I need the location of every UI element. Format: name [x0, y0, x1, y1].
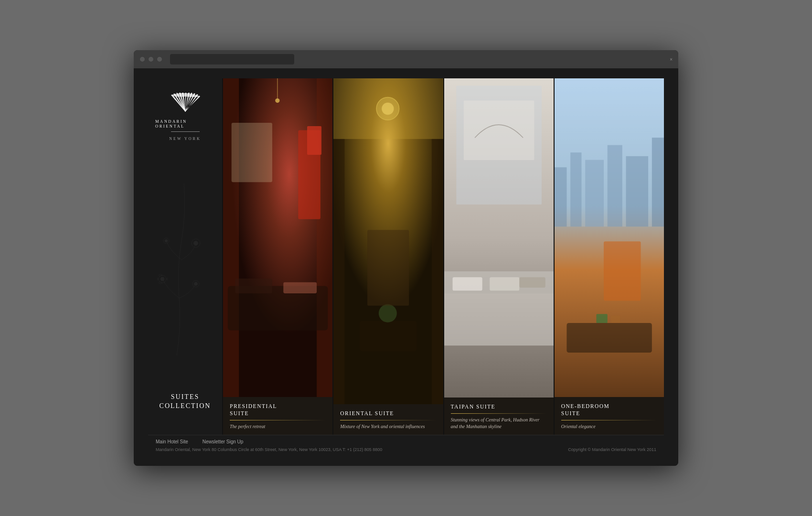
- taipan-suite-name: TAIPAN SUITE: [451, 403, 547, 410]
- browser-content: MANDARIN ORIENTAL NEW YORK SUITES COLLEC…: [134, 68, 678, 466]
- presidential-suite-divider: [230, 420, 326, 420]
- hotel-address: Mandarin Oriental, New York 80 Columbus …: [156, 447, 382, 452]
- onebedroom-suite-description: Oriental elegance: [561, 423, 657, 430]
- svg-point-21: [382, 103, 394, 115]
- taipan-suite-info: TAIPAN SUITE Stunning views of Central P…: [444, 398, 554, 435]
- onebedroom-suite-name: ONE-BEDROOM SUITE: [561, 403, 657, 417]
- svg-rect-25: [432, 139, 443, 404]
- main-hotel-site-link[interactable]: Main Hotel Site: [156, 439, 188, 444]
- onebedroom-suite-info: ONE-BEDROOM SUITE Oriental elegance: [555, 397, 664, 435]
- svg-rect-42: [652, 138, 664, 226]
- taipan-suite-divider: [451, 413, 547, 414]
- collection-title: SUITES COLLECTION: [160, 392, 211, 411]
- svg-rect-24: [333, 139, 344, 404]
- traffic-light-minimize[interactable]: [148, 56, 154, 62]
- svg-rect-45: [596, 314, 607, 323]
- svg-rect-37: [555, 167, 566, 226]
- suites-grid: MANDARIN ORIENTAL NEW YORK SUITES COLLEC…: [148, 78, 664, 435]
- presidential-suite-panel[interactable]: PRESIDENTIAL SUITE The perfect retreat: [223, 78, 332, 435]
- oriental-suite-info: ORIENTAL SUITE Mixture of New York and o…: [333, 404, 443, 435]
- svg-rect-46: [611, 315, 620, 323]
- traffic-lights: [139, 56, 162, 62]
- footer-links: Main Hotel Site Newsletter Sign Up: [156, 439, 656, 444]
- svg-point-7: [194, 241, 198, 246]
- browser-toolbar: ×: [134, 50, 678, 68]
- presidential-suite-info: PRESIDENTIAL SUITE The perfect retreat: [223, 397, 332, 435]
- hotel-site: MANDARIN ORIENTAL NEW YORK SUITES COLLEC…: [148, 78, 664, 456]
- oriental-suite-image: [333, 78, 443, 404]
- address-bar[interactable]: [170, 54, 294, 64]
- svg-point-1: [160, 277, 164, 281]
- svg-rect-32: [452, 277, 482, 290]
- onebedroom-suite-divider: [561, 420, 657, 420]
- logo-section: MANDARIN ORIENTAL NEW YORK: [155, 93, 215, 141]
- svg-rect-14: [235, 279, 272, 293]
- svg-rect-12: [298, 130, 321, 219]
- presidential-suite-name: PRESIDENTIAL SUITE: [230, 403, 326, 417]
- taipan-suite-panel[interactable]: TAIPAN SUITE Stunning views of Central P…: [444, 78, 554, 435]
- hotel-name-main: MANDARIN ORIENTAL: [155, 119, 215, 129]
- taipan-suite-description: Stunning views of Central Park, Hudson R…: [451, 417, 547, 430]
- hotel-name-sub: NEW YORK: [169, 137, 201, 141]
- tab-close-button[interactable]: ×: [670, 57, 673, 62]
- traffic-light-maximize[interactable]: [157, 56, 162, 62]
- footer-address-bar: Mandarin Oriental, New York 80 Columbus …: [156, 447, 656, 452]
- svg-rect-39: [585, 160, 604, 227]
- logo-panel: MANDARIN ORIENTAL NEW YORK SUITES COLLEC…: [148, 78, 222, 435]
- svg-rect-34: [519, 277, 545, 288]
- traffic-light-close[interactable]: [139, 56, 145, 62]
- svg-rect-43: [604, 241, 641, 301]
- svg-rect-41: [626, 156, 648, 226]
- svg-point-3: [194, 282, 198, 286]
- svg-rect-38: [570, 152, 581, 226]
- oriental-suite-divider: [340, 420, 436, 420]
- presidential-suite-description: The perfect retreat: [230, 423, 326, 430]
- svg-rect-33: [490, 277, 519, 290]
- taipan-suite-image: [444, 78, 554, 398]
- mandarin-oriental-fan-icon: [169, 93, 202, 114]
- svg-rect-29: [463, 101, 534, 160]
- site-footer: Main Hotel Site Newsletter Sign Up Manda…: [148, 435, 664, 456]
- onebedroom-suite-image: [555, 78, 664, 397]
- oriental-suite-panel[interactable]: ORIENTAL SUITE Mixture of New York and o…: [333, 78, 443, 435]
- svg-point-5: [165, 239, 168, 242]
- oriental-suite-description: Mixture of New York and oriental influen…: [340, 423, 436, 430]
- copyright-text: Copyright © Mandarin Oriental New York 2…: [568, 447, 656, 452]
- svg-rect-44: [566, 323, 652, 353]
- svg-rect-22: [360, 321, 417, 351]
- svg-point-23: [379, 304, 397, 322]
- svg-rect-11: [232, 123, 272, 182]
- svg-rect-26: [367, 230, 409, 306]
- svg-rect-15: [283, 282, 317, 293]
- newsletter-signup-link[interactable]: Newsletter Sign Up: [203, 439, 244, 444]
- presidential-suite-image: [223, 78, 332, 397]
- svg-rect-10: [317, 78, 332, 397]
- oriental-suite-name: ORIENTAL SUITE: [340, 410, 436, 417]
- logo-divider: [171, 131, 200, 132]
- browser-window: ×: [134, 50, 678, 466]
- svg-rect-40: [607, 145, 622, 227]
- onebedroom-suite-panel[interactable]: ONE-BEDROOM SUITE Oriental elegance: [555, 78, 664, 435]
